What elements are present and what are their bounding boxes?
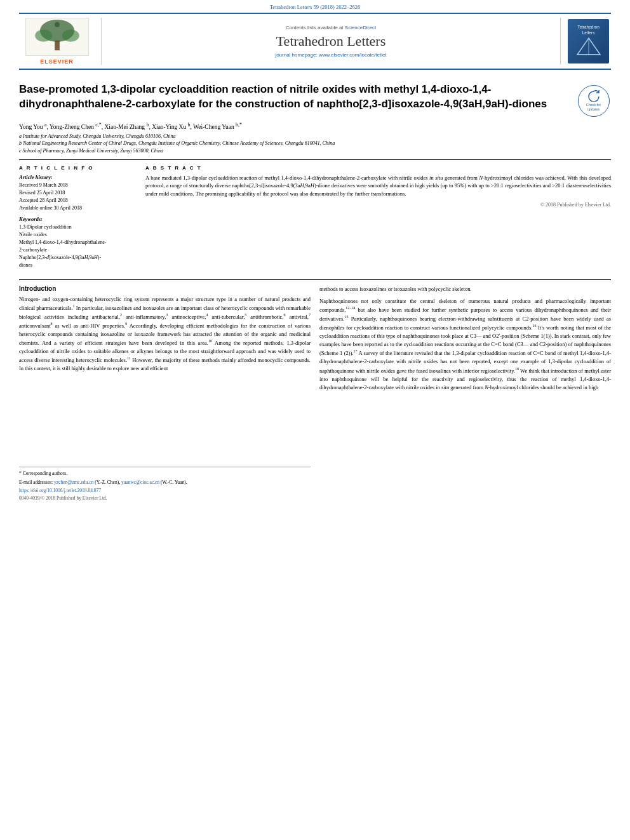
svg-point-5 bbox=[55, 22, 60, 27]
abstract-text: A base mediated 1,3-dipolar cycloadditio… bbox=[145, 174, 611, 198]
tetrahedron-badge: Tetrahedron Letters bbox=[568, 19, 609, 63]
page: Tetrahedron Letters 59 (2018) 2622–2626 bbox=[0, 0, 630, 840]
journal-homepage: journal homepage: www.elsevier.com/locat… bbox=[275, 52, 386, 58]
authors-text: Yong You a, Yong-Zheng Chen c,*, Xiao-Me… bbox=[19, 124, 242, 130]
elsevier-tree-logo bbox=[25, 18, 89, 56]
abstract-column: A B S T R A C T A base mediated 1,3-dipo… bbox=[145, 165, 611, 273]
keyword-3: Methyl 1,4-dioxo-1,4-dihydronaphthalene-… bbox=[19, 239, 137, 254]
affiliations-block: a Institute for Advanced Study, Chengdu … bbox=[19, 133, 611, 154]
body-col-right: methods to access isoxazolines or isoxaz… bbox=[319, 285, 611, 502]
body-divider bbox=[19, 279, 611, 280]
keywords-block: Keywords: 1,3-Dipolar cycloaddition Nitr… bbox=[19, 216, 137, 269]
keyword-2: Nitrile oxides bbox=[19, 231, 137, 239]
affiliation-a: a Institute for Advanced Study, Chengdu … bbox=[19, 133, 611, 140]
article-title-text: Base-promoted 1,3-dipolar cycloaddition … bbox=[19, 83, 570, 116]
intro-col2-text: methods to access isoxazolines or isoxaz… bbox=[319, 285, 611, 392]
journal-url[interactable]: www.elsevier.com/locate/tetlet bbox=[319, 52, 387, 58]
sciencedirect-line: Contents lists available at ScienceDirec… bbox=[286, 25, 376, 30]
top-citation: Tetrahedron Letters 59 (2018) 2622–2626 bbox=[0, 0, 630, 13]
email-link-2[interactable]: yuanwc@cioc.ac.cn bbox=[121, 479, 159, 485]
article-info-label: A R T I C L E I N F O bbox=[19, 165, 137, 171]
issn-text: 0040-4039/© 2018 Published by Elsevier L… bbox=[19, 495, 311, 502]
journal-main-title: Tetrahedron Letters bbox=[276, 33, 386, 50]
article-title-area: Base-promoted 1,3-dipolar cycloaddition … bbox=[19, 77, 611, 117]
svg-rect-2 bbox=[55, 41, 60, 50]
introduction-heading: Introduction bbox=[19, 285, 311, 292]
article-info-column: A R T I C L E I N F O Article history: R… bbox=[19, 165, 137, 273]
elsevier-brand-name: ELSEVIER bbox=[40, 58, 74, 65]
main-content: Base-promoted 1,3-dipolar cycloaddition … bbox=[0, 70, 630, 502]
footnote-area: * Corresponding authors. E-mail addresse… bbox=[19, 467, 311, 502]
received-date: Received 9 March 2018 bbox=[19, 182, 137, 189]
svg-point-3 bbox=[35, 29, 52, 41]
check-for-updates-block: Check for updates bbox=[576, 83, 611, 117]
keyword-1: 1,3-Dipolar cycloaddition bbox=[19, 223, 137, 231]
authors-line: Yong You a, Yong-Zheng Chen c,*, Xiao-Me… bbox=[19, 122, 611, 130]
abstract-label: A B S T R A C T bbox=[145, 165, 611, 171]
journal-logo-right: Tetrahedron Letters bbox=[560, 18, 611, 65]
revised-date: Revised 25 April 2018 bbox=[19, 189, 137, 197]
keywords-label: Keywords: bbox=[19, 216, 137, 222]
copyright-text: © 2018 Published by Elsevier Ltd. bbox=[145, 202, 611, 208]
intro-col1-text: Nitrogen- and oxygen-containing heterocy… bbox=[19, 295, 311, 373]
body-col-left: Introduction Nitrogen- and oxygen-contai… bbox=[19, 285, 311, 502]
email-footnote: E-mail addresses: yzchen@zmc.edu.cn (Y.-… bbox=[19, 479, 311, 486]
journal-header: ELSEVIER Contents lists available at Sci… bbox=[19, 13, 611, 70]
affiliation-c: c School of Pharmacy, Zunyi Medical Univ… bbox=[19, 147, 611, 154]
check-badge: Check for updates bbox=[578, 85, 610, 117]
history-label: Article history: bbox=[19, 174, 137, 180]
affiliation-b: b National Engineering Research Center o… bbox=[19, 140, 611, 147]
journal-citation-text: Tetrahedron Letters 59 (2018) 2622–2626 bbox=[270, 4, 360, 10]
journal-title-block: Contents lists available at ScienceDirec… bbox=[102, 18, 560, 65]
available-date: Available online 30 April 2018 bbox=[19, 204, 137, 212]
sciencedirect-link[interactable]: ScienceDirect bbox=[345, 25, 376, 30]
elsevier-logo-block: ELSEVIER bbox=[19, 18, 102, 65]
doi-link[interactable]: https://doi.org/10.1016/j.tetlet.2018.04… bbox=[19, 487, 311, 494]
article-main-title: Base-promoted 1,3-dipolar cycloaddition … bbox=[19, 83, 570, 112]
corresponding-note: * Corresponding authors. bbox=[19, 470, 311, 477]
email-link-1[interactable]: yzchen@zmc.edu.cn bbox=[54, 479, 93, 485]
keyword-4: Naphtho[2,3-d]isoxazole-4,9(3aH,9aH)-dio… bbox=[19, 254, 137, 269]
accepted-date: Accepted 28 April 2018 bbox=[19, 197, 137, 204]
article-info-abstract-section: A R T I C L E I N F O Article history: R… bbox=[19, 159, 611, 273]
svg-point-4 bbox=[62, 29, 79, 41]
body-text-section: Introduction Nitrogen- and oxygen-contai… bbox=[19, 285, 611, 502]
article-history-block: Article history: Received 9 March 2018 R… bbox=[19, 174, 137, 212]
